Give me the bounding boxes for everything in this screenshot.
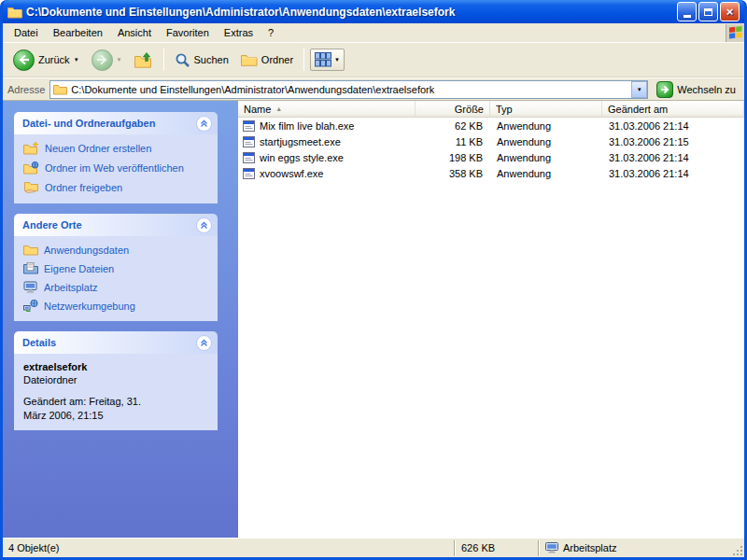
menu-favoriten[interactable]: Favoriten bbox=[159, 24, 217, 41]
place-arbeitsplatz[interactable]: Arbeitsplatz bbox=[23, 281, 210, 293]
forward-dropdown-icon[interactable]: ▼ bbox=[117, 57, 122, 63]
file-size: 358 KB bbox=[416, 168, 490, 179]
back-dropdown-icon[interactable]: ▼ bbox=[74, 57, 79, 63]
menu-datei[interactable]: Datei bbox=[7, 24, 46, 41]
panel-other-places-body: Anwendungsdaten Eigene Dateien Arbeitspl… bbox=[14, 236, 218, 321]
go-button[interactable]: Wechseln zu bbox=[653, 80, 740, 99]
task-new-folder[interactable]: Neuen Ordner erstellen bbox=[23, 142, 210, 155]
menu-ansicht[interactable]: Ansicht bbox=[110, 24, 159, 41]
up-button[interactable] bbox=[130, 50, 158, 70]
back-button[interactable]: Zurück ▼ bbox=[8, 48, 84, 73]
toolbar-separator bbox=[303, 49, 304, 71]
column-header-modified[interactable]: Geändert am bbox=[602, 101, 744, 118]
place-label: Arbeitsplatz bbox=[44, 282, 97, 293]
menu-hilfe[interactable]: ? bbox=[261, 24, 281, 41]
file-type: Anwendung bbox=[490, 136, 602, 147]
go-label: Wechseln zu bbox=[677, 84, 736, 95]
window-title: C:\Dokumente und Einstellungen\Administr… bbox=[26, 6, 673, 19]
maximize-button[interactable] bbox=[698, 2, 718, 21]
column-header-type[interactable]: Typ bbox=[490, 101, 602, 118]
title-bar[interactable]: C:\Dokumente und Einstellungen\Administr… bbox=[3, 0, 744, 23]
menu-bar: Datei Bearbeiten Ansicht Favoriten Extra… bbox=[3, 23, 744, 43]
column-header-name[interactable]: Name ▲ bbox=[238, 101, 416, 118]
back-label: Zurück bbox=[38, 54, 70, 65]
address-folder-icon bbox=[53, 84, 67, 95]
file-row[interactable]: Mix film live blah.exe 62 KB Anwendung 3… bbox=[238, 118, 744, 133]
share-folder-icon bbox=[23, 181, 39, 194]
file-type: Anwendung bbox=[490, 120, 602, 132]
file-modified: 31.03.2006 21:14 bbox=[602, 168, 744, 179]
status-total-size: 626 KB bbox=[456, 539, 538, 557]
search-label: Suchen bbox=[194, 54, 229, 65]
panel-file-tasks-body: Neuen Ordner erstellen Ordner im Web ver… bbox=[14, 134, 218, 203]
folder-up-icon bbox=[134, 52, 153, 68]
file-row[interactable]: startjugsmeet.exe 11 KB Anwendung 31.03.… bbox=[238, 133, 744, 149]
column-headers: Name ▲ Größe Typ Geändert am bbox=[238, 101, 744, 118]
file-modified: 31.03.2006 21:15 bbox=[602, 136, 744, 147]
panel-details-body: extraelsefork Dateiordner Geändert am: F… bbox=[14, 354, 218, 430]
resize-grip[interactable] bbox=[731, 539, 744, 557]
panel-details-header[interactable]: Details bbox=[14, 331, 218, 354]
views-dropdown-icon[interactable]: ▼ bbox=[334, 57, 340, 63]
application-icon bbox=[243, 152, 255, 163]
file-modified: 31.03.2006 21:14 bbox=[602, 152, 744, 163]
panel-title: Datei- und Ordneraufgaben bbox=[22, 118, 155, 129]
address-dropdown-button[interactable]: ▼ bbox=[631, 81, 647, 98]
column-header-size[interactable]: Größe bbox=[416, 101, 490, 118]
new-folder-icon bbox=[23, 142, 39, 155]
file-modified: 31.03.2006 21:14 bbox=[602, 120, 744, 132]
collapse-chevron-icon[interactable] bbox=[196, 116, 212, 132]
panel-other-places-header[interactable]: Andere Orte bbox=[14, 214, 218, 236]
menu-bearbeiten[interactable]: Bearbeiten bbox=[46, 24, 110, 41]
go-arrow-icon bbox=[656, 81, 673, 98]
explorer-window: C:\Dokumente und Einstellungen\Administr… bbox=[0, 0, 747, 560]
details-modified-date: Geändert am: Freitag, 31. März 2006, 21:… bbox=[23, 395, 163, 423]
panel-title: Andere Orte bbox=[22, 219, 82, 231]
place-anwendungsdaten[interactable]: Anwendungsdaten bbox=[23, 244, 210, 256]
collapse-chevron-icon[interactable] bbox=[196, 335, 212, 351]
file-rows: Mix film live blah.exe 62 KB Anwendung 3… bbox=[238, 118, 744, 538]
application-icon bbox=[243, 168, 255, 179]
views-button[interactable]: ▼ bbox=[310, 49, 345, 71]
search-icon bbox=[175, 52, 190, 68]
status-location: Arbeitsplatz bbox=[540, 539, 731, 557]
application-icon bbox=[243, 120, 255, 132]
close-button[interactable]: × bbox=[720, 2, 740, 21]
file-size: 62 KB bbox=[416, 120, 490, 132]
windows-logo-icon bbox=[726, 24, 744, 42]
file-type: Anwendung bbox=[490, 152, 602, 163]
status-bar: 4 Objekt(e) 626 KB Arbeitsplatz bbox=[3, 538, 744, 557]
application-icon bbox=[243, 136, 255, 147]
details-folder-type: Dateiordner bbox=[23, 374, 210, 385]
forward-button[interactable]: ▼ bbox=[87, 48, 127, 73]
file-row[interactable]: win eggs style.exe 198 KB Anwendung 31.0… bbox=[238, 149, 744, 165]
menu-extras[interactable]: Extras bbox=[217, 24, 261, 41]
file-size: 11 KB bbox=[416, 136, 490, 147]
file-row[interactable]: xvoowswf.exe 358 KB Anwendung 31.03.2006… bbox=[238, 165, 744, 181]
address-bar: Adresse C:\Dokumente und Einstellungen\A… bbox=[3, 77, 744, 101]
place-label: Netzwerkumgebung bbox=[44, 301, 135, 312]
search-button[interactable]: Suchen bbox=[170, 50, 233, 70]
task-pane: Datei- und Ordneraufgaben Neuen Ordner e… bbox=[3, 101, 238, 538]
panel-file-tasks-header[interactable]: Datei- und Ordneraufgaben bbox=[14, 112, 218, 134]
folders-icon bbox=[241, 53, 258, 66]
place-eigene-dateien[interactable]: Eigene Dateien bbox=[23, 262, 210, 274]
task-label: Ordner im Web veröffentlichen bbox=[45, 162, 184, 174]
task-label: Neuen Ordner erstellen bbox=[45, 143, 151, 154]
views-icon bbox=[315, 52, 331, 67]
back-icon bbox=[13, 49, 35, 71]
task-label: Ordner freigeben bbox=[45, 182, 122, 193]
place-netzwerkumgebung[interactable]: Netzwerkumgebung bbox=[23, 300, 210, 312]
file-size: 198 KB bbox=[416, 152, 490, 163]
file-name: startjugsmeet.exe bbox=[260, 136, 341, 147]
collapse-chevron-icon[interactable] bbox=[196, 217, 212, 233]
folders-button[interactable]: Ordner bbox=[236, 51, 298, 68]
minimize-button[interactable] bbox=[677, 2, 697, 21]
task-share-folder[interactable]: Ordner freigeben bbox=[23, 181, 210, 194]
task-publish-web[interactable]: Ordner im Web veröffentlichen bbox=[23, 161, 210, 175]
place-label: Anwendungsdaten bbox=[44, 245, 129, 256]
status-object-count: 4 Objekt(e) bbox=[3, 539, 454, 557]
details-folder-name: extraelsefork bbox=[23, 361, 210, 372]
panel-title: Details bbox=[22, 337, 56, 348]
address-input[interactable]: C:\Dokumente und Einstellungen\Administr… bbox=[49, 80, 648, 99]
